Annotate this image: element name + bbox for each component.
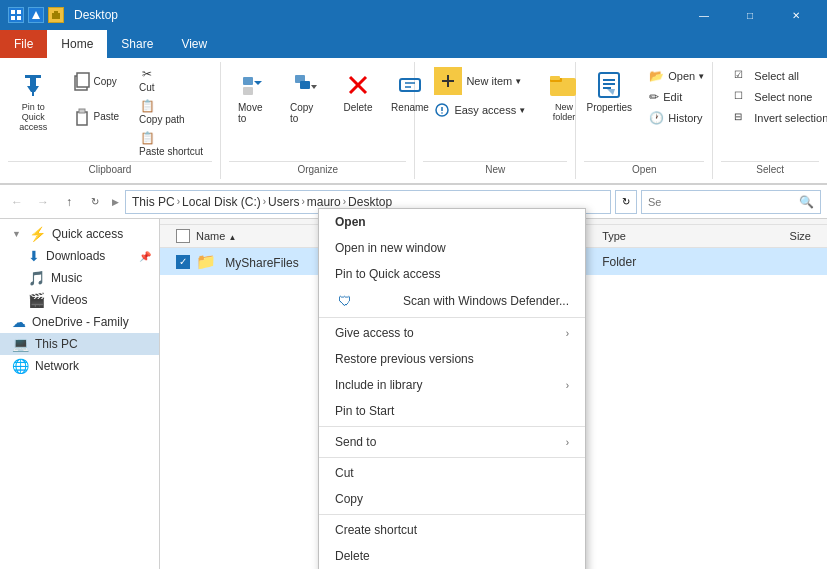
svg-marker-20: [311, 81, 317, 89]
folder-icon: 📁: [196, 253, 216, 270]
move-to-button[interactable]: Move to: [229, 64, 279, 129]
close-button[interactable]: ✕: [773, 0, 819, 30]
copy-path-button[interactable]: 📋 Copy path: [134, 96, 208, 127]
tab-home[interactable]: Home: [47, 30, 107, 58]
pin-quick-access-button[interactable]: Pin to Quick access: [8, 64, 59, 137]
paste-button[interactable]: Paste: [61, 99, 129, 134]
ctx-scan-defender[interactable]: 🛡 Scan with Windows Defender...: [319, 287, 585, 315]
history-button[interactable]: 🕐 History: [642, 108, 712, 128]
ctx-open[interactable]: Open: [319, 209, 585, 235]
sidebar-item-onedrive[interactable]: ☁ OneDrive - Family: [0, 311, 159, 333]
search-icon: 🔍: [799, 195, 814, 209]
ctx-pin-start-label: Pin to Start: [335, 404, 394, 418]
cut-button[interactable]: ✂ Cut: [134, 64, 208, 95]
ctx-create-shortcut[interactable]: Create shortcut: [319, 517, 585, 543]
ctx-open-new-window[interactable]: Open in new window: [319, 235, 585, 261]
easy-access-button[interactable]: Easy access ▼: [427, 99, 533, 121]
app-icon-blue2: [28, 7, 44, 23]
this-pc-icon: 💻: [12, 336, 29, 352]
copy-paste-col: Copy Paste: [61, 64, 129, 134]
tab-file[interactable]: File: [0, 30, 47, 58]
header-checkbox: [176, 229, 196, 243]
row-checkbox-col: ✓: [176, 255, 196, 269]
clipboard-items: Pin to Quick access Copy: [8, 64, 212, 159]
svg-rect-17: [243, 87, 253, 95]
quick-access-icon: ⚡: [29, 226, 46, 242]
svg-rect-8: [30, 78, 36, 86]
ctx-include-library-label: Include in library: [335, 378, 422, 392]
edit-button[interactable]: ✏ Edit: [642, 87, 712, 107]
sidebar-item-music[interactable]: 🎵 Music: [0, 267, 159, 289]
forward-button[interactable]: →: [32, 191, 54, 213]
sidebar-item-downloads[interactable]: ⬇ Downloads 📌: [0, 245, 159, 267]
music-icon: 🎵: [28, 270, 45, 286]
select-none-icon: ☐: [734, 90, 748, 104]
select-items: ☑ Select all ☐ Select none ⊟ Invert sele…: [721, 64, 819, 159]
paste-shortcut-button[interactable]: 📋 Paste shortcut: [134, 128, 208, 159]
history-label: History: [668, 112, 702, 124]
svg-rect-7: [25, 75, 41, 78]
sidebar-item-network[interactable]: 🌐 Network: [0, 355, 159, 377]
maximize-button[interactable]: □: [727, 0, 773, 30]
open-arrow: ▼: [697, 72, 705, 81]
path-desktop: Desktop: [348, 195, 392, 209]
search-input[interactable]: [648, 196, 799, 208]
ctx-send-to-label: Send to: [335, 435, 376, 449]
ctx-create-shortcut-label: Create shortcut: [335, 523, 417, 537]
pin-icon-downloads: 📌: [139, 251, 151, 262]
ctx-pin-start[interactable]: Pin to Start: [319, 398, 585, 424]
ctx-restore-previous[interactable]: Restore previous versions: [319, 346, 585, 372]
select-none-button[interactable]: ☐ Select none: [727, 87, 827, 107]
sidebar-item-this-pc[interactable]: 💻 This PC: [0, 333, 159, 355]
ctx-copy[interactable]: Copy: [319, 486, 585, 512]
ctx-cut[interactable]: Cut: [319, 460, 585, 486]
header-checkbox-box[interactable]: [176, 229, 190, 243]
ctx-give-access[interactable]: Give access to ›: [319, 320, 585, 346]
cut-label: Cut: [139, 82, 203, 93]
refresh-address-button[interactable]: ↻: [615, 190, 637, 214]
delete-button[interactable]: Delete: [333, 64, 383, 118]
minimize-button[interactable]: —: [681, 0, 727, 30]
path-this-pc: This PC: [132, 195, 175, 209]
ctx-give-access-label: Give access to: [335, 326, 414, 340]
svg-rect-33: [550, 76, 560, 80]
svg-rect-35: [603, 79, 615, 81]
ctx-send-to[interactable]: Send to ›: [319, 429, 585, 455]
tab-view[interactable]: View: [167, 30, 221, 58]
svg-point-30: [442, 112, 444, 114]
properties-button[interactable]: Properties: [584, 64, 634, 118]
select-all-button[interactable]: ☑ Select all: [727, 66, 827, 86]
invert-selection-button[interactable]: ⊟ Invert selection: [727, 108, 827, 128]
properties-group: Properties 📂 Open ▼ ✏ Edit 🕐 His: [576, 62, 713, 179]
pin-label: Pin to Quick access: [17, 102, 50, 132]
col-type[interactable]: Type: [602, 230, 718, 242]
tab-share[interactable]: Share: [107, 30, 167, 58]
new-items: New item ▼ Easy access ▼: [423, 64, 567, 159]
address-quick-arrow: ▶: [110, 197, 121, 207]
ctx-scan-defender-label: Scan with Windows Defender...: [403, 294, 569, 308]
organize-group: Move to Copy to Delete: [221, 62, 415, 179]
open-button[interactable]: 📂 Open ▼: [642, 66, 712, 86]
new-item-button[interactable]: New item ▼: [427, 64, 533, 98]
svg-rect-37: [603, 87, 611, 89]
sidebar-item-videos[interactable]: 🎬 Videos: [0, 289, 159, 311]
new-folder-icon: [548, 69, 580, 101]
refresh-button[interactable]: ↻: [84, 191, 106, 213]
col-size[interactable]: Size: [718, 230, 811, 242]
delete-icon: [342, 69, 374, 101]
copy-label: Copy: [94, 76, 117, 87]
ctx-divider-2: [319, 426, 585, 427]
copy-button[interactable]: Copy: [61, 64, 129, 99]
organize-items: Move to Copy to Delete: [229, 64, 406, 159]
up-button[interactable]: ↑: [58, 191, 80, 213]
invert-selection-icon: ⊟: [734, 111, 748, 125]
ctx-include-library[interactable]: Include in library ›: [319, 372, 585, 398]
ctx-delete[interactable]: Delete: [319, 543, 585, 569]
sidebar-item-quick-access[interactable]: ▼ ⚡ Quick access: [0, 223, 159, 245]
ctx-pin-quick-access[interactable]: Pin to Quick access: [319, 261, 585, 287]
ctx-give-access-arrow: ›: [566, 328, 569, 339]
back-button[interactable]: ←: [6, 191, 28, 213]
copy-to-button[interactable]: Copy to: [281, 64, 331, 129]
move-to-icon: [238, 69, 270, 101]
row-checkbox[interactable]: ✓: [176, 255, 190, 269]
